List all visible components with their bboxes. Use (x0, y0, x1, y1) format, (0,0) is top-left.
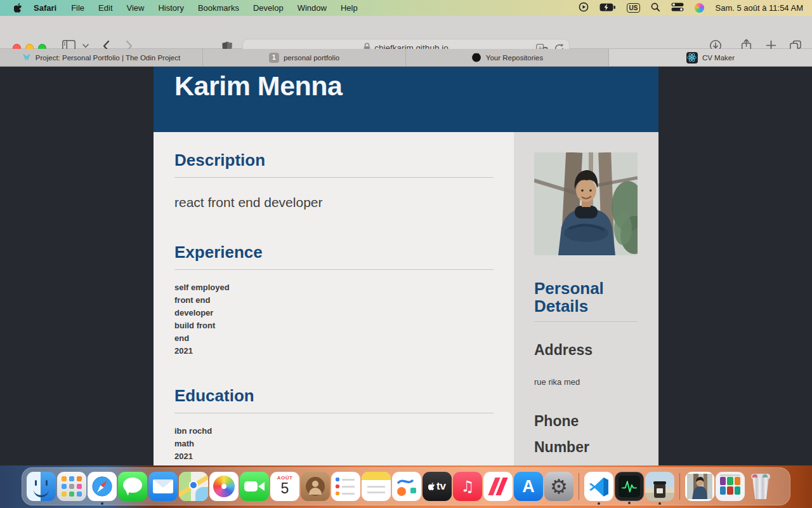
dock: AOÛT 5 tv ♫ A ⚙ (22, 467, 790, 505)
dock-activity-monitor-icon[interactable] (615, 472, 644, 501)
dock-finder-icon[interactable] (27, 472, 56, 501)
dock-news-icon[interactable] (483, 472, 513, 501)
dock-photo-file-icon[interactable] (685, 472, 714, 501)
dock-freeform-icon[interactable] (392, 472, 421, 501)
dock-vscode-icon[interactable] (584, 472, 613, 501)
dock-contacts-icon[interactable] (301, 472, 330, 501)
menu-item-edit[interactable]: Edit (91, 3, 119, 13)
tab-your-repositories[interactable]: Your Repositories (406, 49, 609, 66)
menu-item-bookmarks[interactable]: Bookmarks (191, 3, 246, 13)
experience-list: self employed front end developer build … (174, 281, 494, 358)
app-store-glyph: A (522, 477, 535, 497)
siri-icon[interactable] (695, 3, 704, 13)
cv-page: Karim Menna Description react front end … (154, 67, 658, 465)
cv-sidebar: Personal Details Address rue rika med Ph… (514, 132, 658, 465)
dock-divider (579, 473, 579, 500)
dock-mail-icon[interactable] (148, 472, 178, 501)
running-indicator (628, 502, 631, 504)
cv-header: Karim Menna (154, 67, 658, 132)
desktop-wallpaper-strip: AOÛT 5 tv ♫ A ⚙ (0, 465, 812, 508)
browser-toolbar: chiefkarim.github.io A (0, 16, 812, 49)
running-indicator (101, 502, 103, 505)
description-heading: Description (174, 151, 494, 169)
section-divider (174, 177, 494, 178)
tab-personal-portfolio[interactable]: 1 personal portfolio (203, 49, 406, 66)
dock-photos-icon[interactable] (209, 472, 239, 501)
menu-item-file[interactable]: File (64, 3, 91, 13)
menu-item-view[interactable]: View (120, 3, 152, 13)
experience-line: developer (174, 307, 494, 319)
gear-icon: ⚙ (550, 475, 568, 498)
experience-line: build front (174, 319, 494, 332)
description-text: react front end developer (174, 195, 494, 210)
dock-app-store-icon[interactable]: A (514, 472, 543, 501)
menu-item-history[interactable]: History (151, 3, 190, 13)
dock-system-settings-icon[interactable]: ⚙ (544, 472, 573, 501)
tab-title: Your Repositories (486, 54, 543, 62)
control-center-icon[interactable] (671, 3, 684, 13)
menu-item-develop[interactable]: Develop (246, 3, 291, 13)
menu-bar-clock[interactable]: Sam. 5 août à 11:54 AM (715, 3, 803, 13)
menu-item-help[interactable]: Help (334, 3, 365, 13)
web-page-viewport: Karim Menna Description react front end … (0, 67, 812, 465)
dock-divider (679, 473, 680, 500)
personal-details-heading: Personal Details (534, 279, 638, 315)
spotlight-icon[interactable] (651, 3, 660, 14)
dock-apps-stack-icon[interactable] (716, 472, 745, 501)
music-note-glyph: ♫ (461, 478, 475, 495)
dock-maps-icon[interactable] (179, 472, 208, 501)
tab-cv-maker[interactable]: CV Maker (609, 49, 812, 66)
dock-apple-tv-icon[interactable]: tv (422, 472, 452, 501)
experience-line: 2021 (174, 345, 494, 358)
dock-launchpad-icon[interactable] (57, 472, 86, 501)
apple-menu-icon[interactable] (14, 3, 22, 13)
tab-odin-project[interactable]: Project: Personal Portfolio | The Odin P… (0, 49, 203, 66)
cv-name-title: Karim Menna (174, 70, 343, 101)
menu-bar: Safari File Edit View History Bookmarks … (0, 0, 812, 16)
phone-heading: Phone Number (534, 408, 638, 460)
running-indicator (598, 502, 600, 505)
menu-item-window[interactable]: Window (291, 3, 334, 13)
running-indicator (658, 502, 661, 505)
education-line: math (174, 438, 494, 450)
section-divider (534, 321, 638, 322)
dock-music-icon[interactable]: ♫ (453, 472, 482, 501)
github-icon (471, 52, 481, 64)
react-icon (686, 52, 698, 64)
education-line: 2021 (174, 450, 494, 463)
dock-image-preview-icon[interactable] (645, 472, 674, 501)
experience-heading: Experience (174, 243, 494, 261)
address-heading: Address (534, 337, 638, 363)
keyboard-input-indicator[interactable]: US (627, 3, 641, 13)
dock-calendar-icon[interactable]: AOÛT 5 (270, 472, 299, 501)
experience-line: end (174, 332, 494, 345)
dock-trash-icon[interactable] (746, 472, 775, 501)
tab-title: CV Maker (702, 54, 735, 62)
tv-label: tv (436, 480, 446, 493)
experience-line: self employed (174, 281, 494, 294)
menu-item-safari[interactable]: Safari (26, 3, 64, 13)
macos-screen: Safari File Edit View History Bookmarks … (0, 0, 812, 508)
dock-safari-icon[interactable] (88, 472, 117, 501)
dock-reminders-icon[interactable] (331, 472, 360, 501)
education-line: ibn rochd (174, 425, 494, 438)
sidebar-chevron-icon[interactable] (82, 44, 89, 48)
section-divider (174, 413, 494, 413)
profile-photo (534, 152, 638, 255)
tab-title: Project: Personal Portfolio | The Odin P… (36, 54, 180, 62)
battery-icon[interactable] (599, 3, 616, 13)
dock-messages-icon[interactable] (118, 472, 147, 501)
address-value: rue rika med (534, 377, 638, 387)
tab-count-badge: 1 (269, 53, 279, 63)
education-heading: Education (174, 387, 494, 404)
experience-line: front end (174, 294, 494, 307)
tab-title: personal portfolio (284, 54, 339, 62)
dock-notes-icon[interactable] (362, 472, 391, 501)
now-playing-icon[interactable] (579, 2, 589, 14)
odin-project-icon (22, 52, 31, 63)
education-list: ibn rochd math 2021 (174, 425, 494, 463)
cv-main-column: Description react front end developer Ex… (154, 132, 514, 465)
section-divider (174, 269, 494, 270)
tab-bar: Project: Personal Portfolio | The Odin P… (0, 49, 812, 67)
dock-facetime-icon[interactable] (240, 472, 269, 501)
